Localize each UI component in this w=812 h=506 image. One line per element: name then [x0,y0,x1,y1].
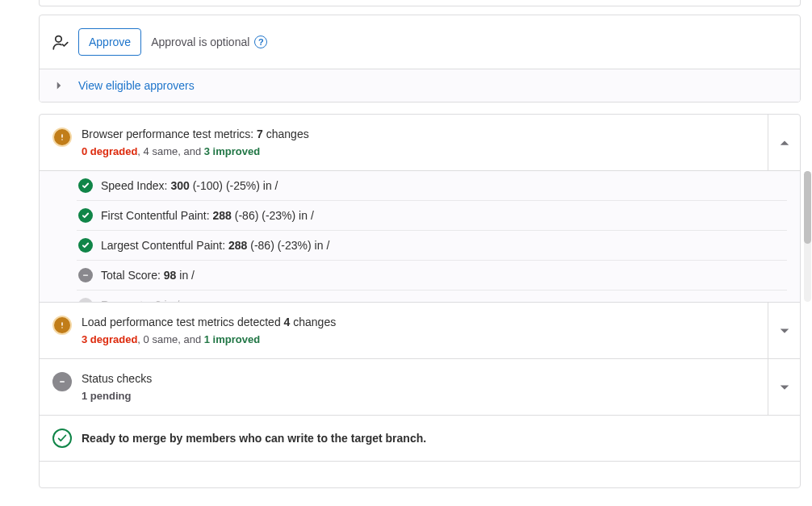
svg-rect-5 [61,322,63,326]
load-perf-degraded: 3 degraded [82,333,137,345]
svg-rect-1 [61,134,63,138]
status-checks-title: Status checks [82,372,787,385]
metric-text: Largest Contentful Paint: 288 (-86) (-23… [101,239,329,252]
expand-button[interactable] [768,303,800,358]
pending-icon [52,372,72,391]
scrollbar[interactable] [804,171,811,302]
collapse-button[interactable] [768,115,800,170]
load-perf-same: 0 same [144,333,178,345]
approve-bar: Approve Approval is optional ? [40,15,800,69]
load-perf-title-prefix: Load performance test metrics detected [82,316,284,328]
success-icon [78,178,93,193]
svg-rect-3 [83,274,88,275]
metric-text: First Contentful Paint: 288 (-86) (-23%)… [101,209,314,222]
browser-perf-changes-suffix: changes [263,128,309,140]
scrollbar-thumb[interactable] [804,171,811,244]
expand-button[interactable] [768,359,800,415]
svg-rect-7 [60,381,65,383]
browser-perf-title-prefix: Browser performance test metrics: [82,128,257,140]
metric-row: Largest Contentful Paint: 288 (-86) (-23… [77,231,787,261]
browser-perf-same: 4 same [144,145,178,157]
success-icon [78,238,93,253]
load-perf-header: Load performance test metrics detected 4… [40,303,800,358]
metric-text: Total Score: 98 in / [101,269,195,282]
metric-row: First Contentful Paint: 288 (-86) (-23%)… [77,201,787,231]
partial-card-top [39,0,801,6]
load-perf-improved: 1 improved [204,333,260,345]
browser-perf-title: Browser performance test metrics: 7 chan… [82,128,787,140]
success-icon [78,208,93,223]
merge-checks-widget: Browser performance test metrics: 7 chan… [39,114,801,488]
help-icon[interactable]: ? [254,36,267,48]
browser-perf-changes-count: 7 [257,128,263,140]
browser-perf-degraded: 0 degraded [82,145,137,157]
svg-point-0 [56,36,62,43]
ready-to-merge-row: Ready to merge by members who can write … [40,415,800,461]
load-perf-summary: 3 degraded, 0 same, and 1 improved [82,333,787,345]
load-perf-title: Load performance test metrics detected 4… [82,316,787,328]
metric-text: Speed Index: 300 (-100) (-25%) in / [101,179,278,192]
svg-rect-2 [61,139,63,140]
neutral-icon [78,268,93,282]
eligible-approvers-row[interactable]: View eligible approvers [40,69,800,102]
status-checks-header: Status checks 1 pending [40,358,800,415]
approval-optional-label: Approval is optional [151,36,249,48]
approve-button[interactable]: Approve [78,28,141,56]
metric-row: Total Score: 98 in / [77,261,787,291]
browser-perf-header: Browser performance test metrics: 7 chan… [40,115,800,170]
browser-perf-metrics: Speed Index: 300 (-100) (-25%) in /First… [40,170,800,303]
ready-text: Ready to merge by members who can write … [82,432,426,445]
check-circle-icon [52,429,72,448]
browser-perf-improved: 3 improved [204,145,260,157]
status-checks-pending: 1 pending [82,390,787,402]
approval-optional-text: Approval is optional ? [151,36,267,48]
svg-rect-6 [61,327,63,328]
warning-icon [52,128,72,147]
warning-icon [52,316,72,335]
load-perf-changes-suffix: changes [290,316,336,328]
approval-card: Approve Approval is optional ? View elig… [39,15,801,102]
user-check-icon [52,34,69,50]
partial-section [40,461,800,487]
view-eligible-approvers-link[interactable]: View eligible approvers [78,79,195,92]
browser-perf-summary: 0 degraded, 4 same, and 3 improved [82,145,787,157]
metric-row: Speed Index: 300 (-100) (-25%) in / [77,171,787,201]
chevron-right-icon [52,79,65,92]
metric-row: Requests: 2 in / [77,291,787,303]
